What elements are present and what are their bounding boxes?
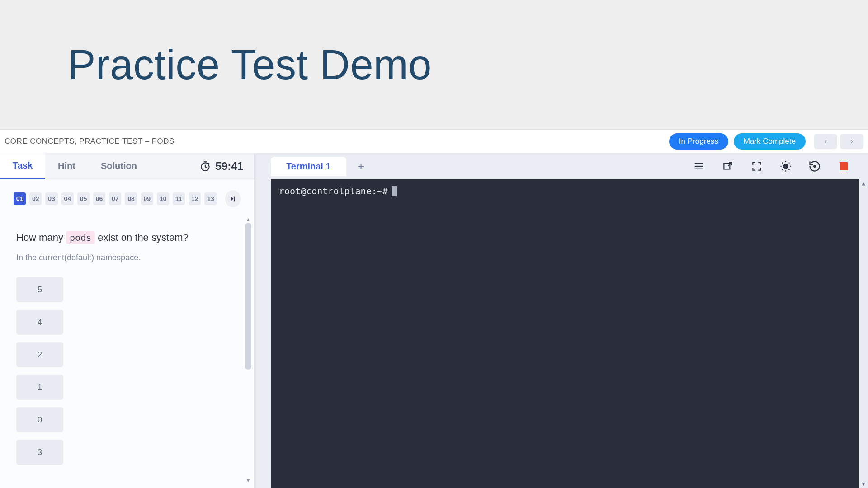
menu-icon[interactable]: [693, 160, 705, 173]
answer-list: 542103: [16, 277, 224, 465]
tab-hint[interactable]: Hint: [45, 153, 88, 179]
step-02[interactable]: 02: [29, 192, 42, 205]
clock-icon: [199, 160, 211, 172]
svg-line-11: [782, 163, 783, 164]
question-text: How many pods exist on the system?: [16, 230, 224, 245]
scroll-thumb[interactable]: [245, 223, 251, 370]
stop-button[interactable]: [837, 160, 850, 173]
svg-point-6: [783, 164, 788, 169]
svg-rect-1: [234, 197, 235, 202]
step-12[interactable]: 12: [189, 192, 201, 205]
step-03[interactable]: 03: [45, 192, 57, 205]
term-scroll-down-icon[interactable]: ▼: [859, 480, 868, 488]
skip-to-end-button[interactable]: [225, 190, 241, 207]
theme-icon[interactable]: [779, 160, 792, 173]
restore-icon[interactable]: [808, 160, 821, 173]
svg-line-12: [789, 169, 790, 170]
popout-icon[interactable]: [722, 160, 734, 173]
step-07[interactable]: 07: [109, 192, 121, 205]
prev-button[interactable]: ‹: [814, 134, 837, 149]
step-nav: 01020304050607080910111213: [0, 179, 254, 212]
breadcrumb: CORE CONCEPTS, PRACTICE TEST – PODS: [5, 137, 664, 146]
page-title: Practice Test Demo: [68, 41, 432, 89]
tab-solution[interactable]: Solution: [88, 153, 150, 179]
mark-complete-button[interactable]: Mark Complete: [734, 133, 806, 150]
step-11[interactable]: 11: [173, 192, 185, 205]
answer-option[interactable]: 1: [16, 375, 63, 400]
answer-option[interactable]: 4: [16, 310, 63, 335]
task-tabs: Task Hint Solution 59:41: [0, 153, 254, 179]
svg-point-15: [814, 165, 816, 167]
step-10[interactable]: 10: [157, 192, 169, 205]
timer: 59:41: [199, 160, 254, 173]
scroll-down-icon[interactable]: ▼: [245, 477, 251, 483]
tab-task[interactable]: Task: [0, 153, 45, 179]
terminal-cursor: [392, 186, 397, 196]
stop-icon: [840, 162, 848, 170]
fullscreen-icon[interactable]: [750, 160, 763, 173]
question-pre: How many: [16, 232, 66, 243]
task-scrollbar[interactable]: ▲ ▼: [245, 216, 251, 483]
answer-option[interactable]: 3: [16, 440, 63, 465]
terminal[interactable]: root@controlplane:~# ▲ ▼: [271, 179, 868, 488]
terminal-pane: Terminal 1 +: [255, 153, 868, 488]
nav-arrows: ‹ ›: [814, 134, 863, 149]
step-08[interactable]: 08: [125, 192, 137, 205]
step-01[interactable]: 01: [14, 192, 26, 205]
question-code: pods: [66, 231, 95, 244]
task-body: How many pods exist on the system? In th…: [0, 212, 254, 488]
step-04[interactable]: 04: [61, 192, 74, 205]
term-scroll-up-icon[interactable]: ▲: [859, 179, 868, 188]
svg-line-13: [782, 169, 783, 170]
terminal-prompt: root@controlplane:~#: [279, 186, 388, 197]
add-terminal-button[interactable]: +: [354, 159, 369, 174]
task-pane: Task Hint Solution 59:41 010203040506070…: [0, 153, 255, 488]
svg-line-14: [789, 163, 790, 164]
svg-rect-5: [724, 164, 730, 169]
meta-bar: CORE CONCEPTS, PRACTICE TEST – PODS In P…: [0, 130, 868, 153]
terminal-actions: [693, 160, 868, 173]
answer-option[interactable]: 5: [16, 277, 63, 302]
terminal-tabs: Terminal 1 +: [271, 153, 868, 179]
terminal-scrollbar[interactable]: ▲ ▼: [859, 179, 868, 488]
question-post: exist on the system?: [98, 232, 189, 243]
step-13[interactable]: 13: [204, 192, 217, 205]
step-09[interactable]: 09: [141, 192, 153, 205]
header-banner: Practice Test Demo: [0, 0, 868, 130]
terminal-tab-1[interactable]: Terminal 1: [271, 157, 346, 176]
step-06[interactable]: 06: [93, 192, 105, 205]
next-button[interactable]: ›: [840, 134, 863, 149]
scroll-up-icon[interactable]: ▲: [245, 216, 251, 223]
timer-value: 59:41: [216, 160, 243, 173]
question-subtext: In the current(default) namespace.: [16, 253, 224, 263]
step-05[interactable]: 05: [77, 192, 90, 205]
answer-option[interactable]: 0: [16, 407, 63, 432]
answer-option[interactable]: 2: [16, 342, 63, 367]
status-in-progress[interactable]: In Progress: [669, 133, 728, 150]
